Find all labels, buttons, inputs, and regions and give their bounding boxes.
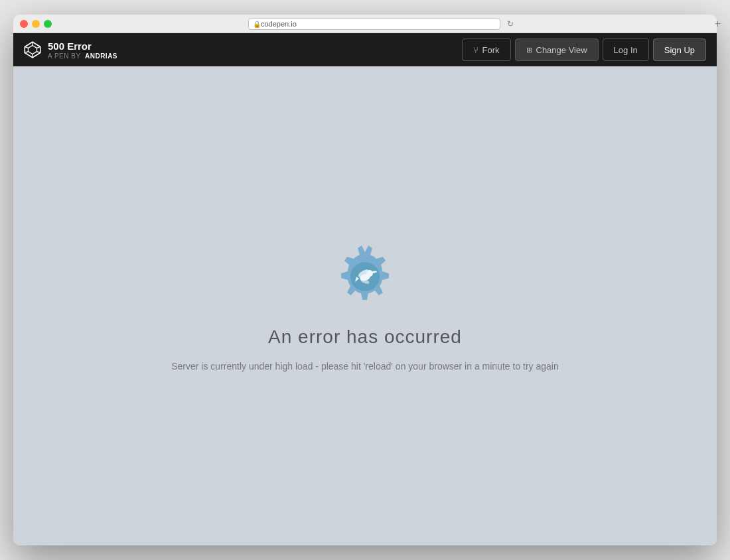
codepen-logo-area: 500 Error A PEN BY Andrias xyxy=(24,40,117,60)
url-text: codepen.io xyxy=(261,20,297,28)
pen-title-area: 500 Error A PEN BY Andrias xyxy=(48,40,117,60)
mac-window: 🔒 codepen.io ↻ + 500 Error xyxy=(13,15,717,545)
pen-subtitle: A PEN BY Andrias xyxy=(48,52,117,60)
lock-icon: 🔒 xyxy=(253,21,258,27)
login-label: Log In xyxy=(614,45,638,55)
pen-author: Andrias xyxy=(85,52,117,60)
maximize-button[interactable] xyxy=(44,20,52,28)
signup-label: Sign Up xyxy=(664,45,695,55)
fork-button[interactable]: ⑂ Fork xyxy=(462,38,511,61)
main-content: An error has occurred Server is currentl… xyxy=(13,66,717,545)
url-input[interactable]: 🔒 codepen.io xyxy=(248,18,500,30)
close-button[interactable] xyxy=(20,20,28,28)
grid-icon: ⊞ xyxy=(526,46,532,54)
codepen-logo-icon xyxy=(24,41,41,58)
title-bar: 🔒 codepen.io ↻ + xyxy=(13,15,717,33)
error-heading: An error has occurred xyxy=(268,326,462,348)
traffic-lights xyxy=(20,20,52,28)
login-button[interactable]: Log In xyxy=(603,38,649,61)
header-actions: ⑂ Fork ⊞ Change View Log In Sign Up xyxy=(462,38,707,61)
minimize-button[interactable] xyxy=(32,20,40,28)
url-bar: 🔒 codepen.io ↻ xyxy=(52,18,710,30)
gear-hummingbird-icon xyxy=(328,240,402,313)
codepen-header: 500 Error A PEN BY Andrias ⑂ Fork ⊞ Chan… xyxy=(13,33,717,66)
change-view-label: Change View xyxy=(536,45,587,55)
pen-title: 500 Error xyxy=(48,40,117,52)
fork-label: Fork xyxy=(482,45,500,55)
error-subtext: Server is currently under high load - pl… xyxy=(171,361,559,372)
svg-marker-1 xyxy=(29,46,37,54)
signup-button[interactable]: Sign Up xyxy=(653,38,706,61)
fork-icon: ⑂ xyxy=(473,45,478,55)
error-icon-container xyxy=(328,240,402,313)
tab-add-button[interactable]: + xyxy=(715,15,717,33)
refresh-button[interactable]: ↻ xyxy=(507,19,514,29)
change-view-button[interactable]: ⊞ Change View xyxy=(515,38,599,61)
